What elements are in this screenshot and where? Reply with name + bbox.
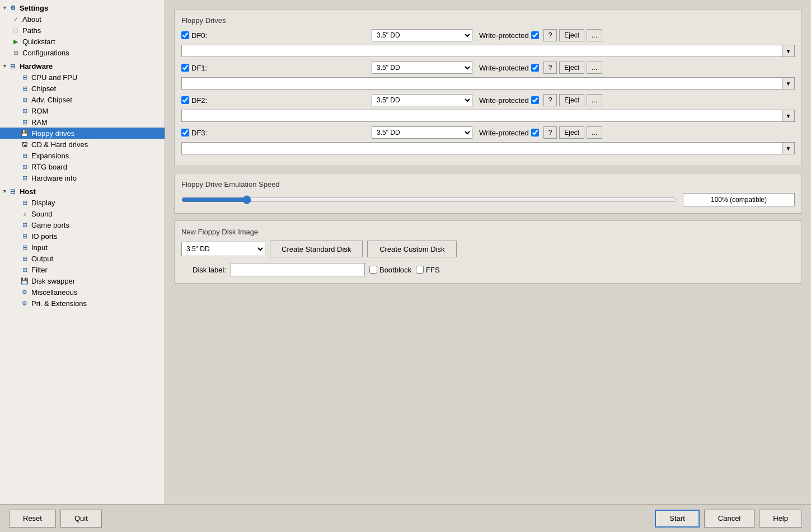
host-icon: ⊟ (8, 187, 17, 196)
df3-path-dropdown[interactable]: ▼ (782, 142, 795, 154)
df1-more-button[interactable]: ... (587, 62, 602, 74)
df1-eject-button[interactable]: Eject (559, 62, 584, 74)
sidebar-item-input[interactable]: ⊞ Input (0, 242, 165, 253)
df3-eject-button[interactable]: Eject (559, 126, 584, 139)
sidebar-item-ram[interactable]: ⊞ RAM (0, 116, 165, 128)
df0-path-dropdown[interactable]: ▼ (782, 45, 795, 57)
sidebar-item-game-ports[interactable]: ⊞ Game ports (0, 219, 165, 230)
df2-write-protected-label: Write-protected (479, 96, 529, 105)
df1-checkbox-label[interactable]: DF1: (181, 64, 207, 72)
sidebar-item-rtg-board[interactable]: ⊞ RTG board (0, 161, 165, 172)
df3-help-button[interactable]: ? (543, 126, 557, 139)
sidebar-item-floppy-drives[interactable]: 💾 Floppy drives (0, 128, 165, 139)
df3-path-input[interactable] (181, 142, 782, 154)
new-disk-type-select[interactable]: 3.5" DD 3.5" HD 5.25" SD (181, 242, 265, 256)
cpu-icon: ⊞ (20, 73, 29, 82)
rtg-icon: ⊞ (20, 162, 29, 171)
bottom-right-buttons: Start Cancel Help (655, 510, 802, 528)
sidebar-item-quickstart[interactable]: ▶ Quickstart (0, 36, 165, 47)
sidebar-item-output[interactable]: ⊞ Output (0, 253, 165, 264)
df3-checkbox[interactable] (181, 129, 189, 136)
quit-button[interactable]: Quit (60, 510, 102, 528)
bootblock-label[interactable]: Bootblock (379, 266, 411, 274)
quickstart-icon: ▶ (11, 37, 20, 46)
df2-path-dropdown[interactable]: ▼ (782, 110, 795, 122)
sidebar-item-display[interactable]: ⊞ Display (0, 197, 165, 208)
pri-ext-icon: ⚙ (20, 299, 29, 308)
df0-path-row: ▼ (181, 45, 795, 57)
drive-row-df1: DF1: 3.5" DD 3.5" HD Write-protected ? E… (181, 62, 795, 74)
df2-help-button[interactable]: ? (543, 94, 557, 106)
df2-more-button[interactable]: ... (587, 94, 602, 106)
df0-path-input[interactable] (181, 45, 782, 57)
df1-checkbox[interactable] (181, 64, 189, 72)
df1-path-dropdown[interactable]: ▼ (782, 77, 795, 90)
sidebar-item-chipset[interactable]: ⊞ Chipset (0, 83, 165, 94)
df0-write-protected-checkbox[interactable] (531, 31, 539, 39)
sound-icon: ♪ (20, 209, 29, 218)
help-button[interactable]: Help (759, 510, 802, 528)
df1-type-select[interactable]: 3.5" DD 3.5" HD (372, 62, 472, 74)
ffs-checkbox[interactable] (416, 266, 424, 274)
df3-more-button[interactable]: ... (587, 126, 602, 139)
sidebar-item-about[interactable]: ✓ About (0, 13, 165, 25)
df1-path-input[interactable] (181, 77, 782, 90)
df1-help-button[interactable]: ? (543, 62, 557, 74)
create-custom-disk-button[interactable]: Create Custom Disk (367, 241, 457, 257)
df3-type-select[interactable]: 3.5" DD 3.5" HD (372, 126, 472, 139)
create-standard-disk-button[interactable]: Create Standard Disk (270, 241, 363, 257)
df0-more-button[interactable]: ... (587, 29, 602, 41)
sidebar-item-sound[interactable]: ♪ Sound (0, 208, 165, 219)
sidebar-host-header[interactable]: ▼ ⊟ Host (0, 186, 165, 197)
sidebar-item-label: Input (31, 243, 48, 252)
df2-write-protected-checkbox[interactable] (531, 96, 539, 104)
df0-help-button[interactable]: ? (543, 29, 557, 41)
sidebar-item-paths[interactable]: □ Paths (0, 25, 165, 36)
sidebar-item-label: Display (31, 199, 55, 207)
df0-checkbox-label[interactable]: DF0: (181, 31, 207, 40)
hw-info-icon: ⊞ (20, 173, 29, 182)
sidebar-item-label: Chipset (31, 84, 56, 93)
df2-eject-button[interactable]: Eject (559, 94, 584, 106)
sidebar-item-label: Hardware info (31, 174, 77, 182)
sidebar-item-filter[interactable]: ⊞ Filter (0, 264, 165, 275)
df2-type-select[interactable]: 3.5" DD 3.5" HD (372, 94, 472, 106)
sidebar-item-cpu-fpu[interactable]: ⊞ CPU and FPU (0, 72, 165, 83)
df2-path-input[interactable] (181, 110, 782, 122)
df1-write-protected-checkbox[interactable] (531, 64, 539, 72)
sidebar-item-adv-chipset[interactable]: ⊞ Adv. Chipset (0, 94, 165, 105)
sidebar-item-rom[interactable]: ⊞ ROM (0, 105, 165, 116)
sidebar-item-label: CPU and FPU (31, 73, 77, 82)
sidebar-item-io-ports[interactable]: ⊞ IO ports (0, 230, 165, 242)
df0-eject-button[interactable]: Eject (559, 29, 584, 41)
disk-label-input[interactable] (231, 263, 365, 276)
sidebar-item-expansions[interactable]: ⊞ Expansions (0, 150, 165, 161)
df3-checkbox-label[interactable]: DF3: (181, 129, 207, 137)
filter-icon: ⊞ (20, 265, 29, 274)
df2-checkbox-label[interactable]: DF2: (181, 96, 207, 105)
floppy-drives-section: Floppy Drives DF0: 3.5" DD 3.5" HD 5.25"… (174, 9, 802, 166)
drive-row-df0: DF0: 3.5" DD 3.5" HD 5.25" SD Write-prot… (181, 29, 795, 41)
sidebar-item-label: Game ports (31, 221, 69, 229)
df0-checkbox[interactable] (181, 31, 189, 39)
sidebar-item-hardware-info[interactable]: ⊞ Hardware info (0, 172, 165, 183)
start-button[interactable]: Start (655, 510, 699, 528)
sidebar-item-miscellaneous[interactable]: ⚙ Miscellaneous (0, 286, 165, 298)
df0-type-select[interactable]: 3.5" DD 3.5" HD 5.25" SD (372, 29, 472, 41)
reset-button[interactable]: Reset (9, 510, 56, 528)
sidebar-item-label: Output (31, 255, 53, 263)
sidebar-hardware-header[interactable]: ▼ ⊟ Hardware (0, 60, 165, 72)
df2-checkbox[interactable] (181, 96, 189, 104)
ffs-label[interactable]: FFS (426, 266, 440, 274)
sidebar-item-cd-hard-drives[interactable]: 🖫 CD & Hard drives (0, 139, 165, 150)
sidebar-item-pri-extensions[interactable]: ⚙ Pri. & Extensions (0, 298, 165, 309)
game-ports-icon: ⊞ (20, 220, 29, 229)
sidebar-item-configurations[interactable]: ⊞ Configurations (0, 47, 165, 58)
bootblock-checkbox[interactable] (369, 266, 377, 274)
sidebar-settings-header[interactable]: ▼ ⚙ Settings (0, 2, 165, 13)
cancel-button[interactable]: Cancel (704, 510, 754, 528)
sidebar-item-label: Disk swapper (31, 277, 75, 285)
df3-write-protected-checkbox[interactable] (531, 129, 539, 136)
speed-slider[interactable] (181, 194, 676, 205)
sidebar-item-disk-swapper[interactable]: 💾 Disk swapper (0, 275, 165, 286)
